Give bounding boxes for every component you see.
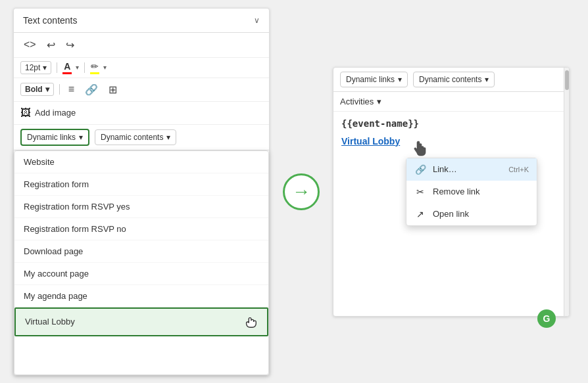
code-button[interactable]: <> — [20, 37, 39, 53]
context-menu-open-link[interactable]: ↗ Open link — [406, 203, 537, 225]
arrow-circle: → — [283, 173, 320, 210]
panel-collapse-icon[interactable]: ∨ — [254, 16, 260, 25]
context-open-icon: ↗ — [414, 208, 426, 220]
image-icon: 🖼 — [20, 107, 31, 119]
scrollbar-thumb — [565, 70, 569, 90]
dropdown-item-registration-form[interactable]: Registration form — [14, 173, 268, 196]
context-remove-label: Remove link — [433, 187, 480, 196]
dynamic-contents-button[interactable]: Dynamic contents ▾ — [95, 129, 176, 145]
context-menu: 🔗 Link… Ctrl+K ✂ Remove link ↗ Open link — [406, 158, 537, 226]
highlight-icon: ✏ — [91, 61, 99, 72]
dropdown-item-my-agenda[interactable]: My agenda page — [14, 285, 268, 307]
right-scrollbar[interactable] — [564, 68, 569, 316]
context-menu-remove-link[interactable]: ✂ Remove link — [406, 181, 537, 203]
bold-chevron: ▾ — [45, 85, 49, 94]
table-button[interactable]: ⊞ — [105, 81, 120, 98]
font-color-label: A — [64, 61, 70, 72]
dropdown-item-virtual-lobby[interactable]: Virtual Lobby — [14, 307, 268, 336]
link-icon: 🔗 — [85, 83, 98, 96]
virtual-lobby-link[interactable]: Virtual Lobby — [341, 136, 400, 146]
toolbar-row-1: <> ↩ ↪ — [14, 33, 269, 58]
context-link-shortcut: Ctrl+K — [508, 166, 529, 173]
dropdown-item-download[interactable]: Download page — [14, 240, 268, 263]
right-dynamic-links-chevron: ▾ — [398, 75, 402, 84]
redo-button[interactable]: ↪ — [62, 37, 78, 53]
dynamic-links-chevron: ▾ — [79, 133, 83, 142]
list-icon: ≡ — [68, 83, 74, 95]
context-link-icon: 🔗 — [414, 164, 426, 175]
context-menu-link[interactable]: 🔗 Link… Ctrl+K — [406, 158, 537, 181]
undo-button[interactable]: ↩ — [43, 37, 59, 53]
toolbar-row-3: Bold ▾ ≡ 🔗 ⊞ — [14, 78, 269, 102]
context-link-label: Link… — [433, 164, 457, 174]
font-color-underline — [62, 72, 72, 74]
divider-1 — [57, 62, 57, 73]
right-dynamic-toolbar: Dynamic links ▾ Dynamic contents ▾ — [333, 68, 569, 92]
right-dynamic-contents-chevron: ▾ — [485, 75, 489, 84]
arrow-container: → — [283, 173, 320, 210]
dynamic-toolbar: Dynamic links ▾ Dynamic contents ▾ — [14, 125, 269, 150]
add-image-row[interactable]: 🖼 Add image — [14, 102, 269, 125]
activities-label: Activities — [340, 97, 374, 106]
dropdown-item-rsvp-no[interactable]: Registration form RSVP no — [14, 218, 268, 240]
right-dynamic-contents-label: Dynamic contents — [419, 75, 481, 84]
link-button[interactable]: 🔗 — [82, 81, 101, 98]
right-dynamic-links-button[interactable]: Dynamic links ▾ — [340, 72, 408, 87]
list-button[interactable]: ≡ — [65, 81, 78, 97]
left-editor-panel: Text contents ∨ <> ↩ ↪ 12pt ▾ A — [13, 8, 270, 376]
divider-2 — [84, 62, 85, 73]
event-name-tag: {{event-name}} — [341, 118, 561, 129]
hand-cursor-svg — [413, 140, 429, 158]
dynamic-contents-label: Dynamic contents — [101, 133, 163, 142]
right-dynamic-links-label: Dynamic links — [346, 75, 395, 84]
toolbar-row-2: 12pt ▾ A ▾ ✏ ▾ — [14, 58, 269, 78]
bold-select[interactable]: Bold ▾ — [20, 83, 54, 96]
font-color-button[interactable]: A — [62, 61, 72, 74]
dropdown-item-my-account[interactable]: My account page — [14, 263, 268, 285]
highlight-button[interactable]: ✏ — [90, 61, 99, 74]
divider-3 — [59, 84, 60, 95]
dynamic-contents-chevron: ▾ — [166, 133, 170, 142]
font-size-value: 12pt — [25, 63, 40, 72]
highlight-underline — [90, 72, 99, 74]
right-content-area: {{event-name}} Virtual Lobby 🔗 Link… Ctr… — [333, 112, 569, 316]
grammarly-button[interactable]: G — [537, 309, 556, 328]
right-dynamic-contents-button[interactable]: Dynamic contents ▾ — [413, 72, 495, 87]
activities-chevron[interactable]: ▾ — [377, 97, 381, 106]
cursor-pointer-icon — [413, 140, 429, 162]
add-image-label: Add image — [35, 108, 76, 118]
cursor-hand-icon — [243, 315, 258, 329]
dropdown-item-rsvp-yes[interactable]: Registration form RSVP yes — [14, 196, 268, 218]
table-icon: ⊞ — [109, 83, 117, 96]
font-size-chevron: ▾ — [43, 63, 47, 72]
panel-header: Text contents ∨ — [14, 9, 269, 33]
dropdown-item-website[interactable]: Website — [14, 151, 268, 173]
redo-icon: ↪ — [66, 39, 74, 51]
activities-row: Activities ▾ — [333, 92, 569, 112]
bold-label: Bold — [25, 85, 43, 94]
font-color-chevron[interactable]: ▾ — [76, 64, 79, 71]
undo-icon: ↩ — [47, 39, 55, 51]
right-editor-panel: Dynamic links ▾ Dynamic contents ▾ Activ… — [333, 67, 570, 317]
arrow-symbol: → — [292, 181, 310, 202]
dynamic-links-button[interactable]: Dynamic links ▾ — [20, 129, 89, 146]
highlight-chevron[interactable]: ▾ — [103, 64, 107, 71]
context-remove-icon: ✂ — [414, 186, 426, 198]
dropdown-menu: Website Registration form Registration f… — [14, 150, 269, 375]
code-icon: <> — [24, 39, 36, 51]
context-open-label: Open link — [433, 209, 469, 219]
panel-title: Text contents — [23, 15, 78, 26]
dynamic-links-label: Dynamic links — [27, 133, 76, 142]
font-size-select[interactable]: 12pt ▾ — [20, 61, 51, 74]
